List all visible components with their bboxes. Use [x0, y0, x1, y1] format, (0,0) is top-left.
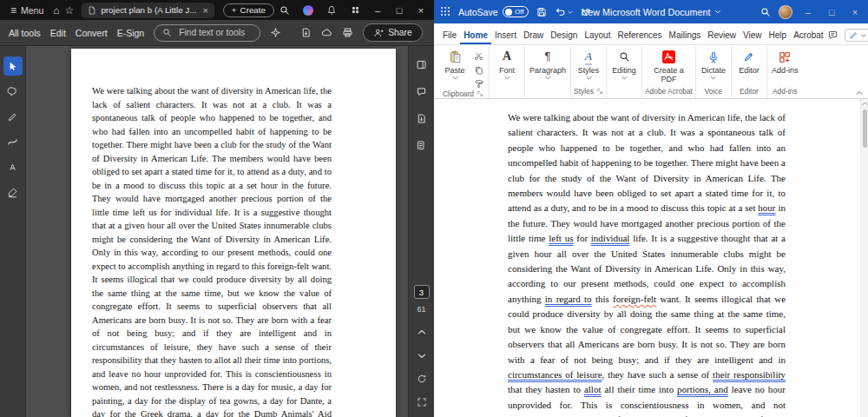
format-painter-button[interactable] [470, 78, 486, 89]
export-pdf-button[interactable] [300, 25, 312, 41]
comments-panel-button[interactable] [414, 83, 430, 99]
share-button[interactable]: Share [363, 23, 422, 42]
styles-button[interactable]: A Styles [574, 46, 603, 80]
save-button[interactable] [536, 7, 547, 17]
create-button[interactable]: + Create [223, 3, 274, 17]
tab-close-icon[interactable]: × [201, 5, 207, 16]
ai-assistant-button[interactable] [299, 2, 317, 18]
ribbon-tab-design[interactable]: Design [547, 26, 581, 44]
ai-assistant-toolbar-button[interactable] [270, 25, 281, 41]
paragraph-button[interactable]: ¶ Paragraph [528, 46, 568, 80]
editing-button[interactable]: Editing [609, 46, 639, 80]
chevron-up-icon [418, 329, 426, 335]
word-titlebar-actions: – □ × [760, 3, 863, 20]
chevron-down-icon [452, 76, 458, 80]
highlight-tool[interactable] [3, 107, 23, 126]
all-tools-button[interactable]: All tools [9, 28, 41, 38]
page-export-icon [416, 113, 427, 124]
user-avatar[interactable] [779, 5, 792, 19]
comments-button[interactable] [827, 30, 838, 41]
ribbon-tab-mailings[interactable]: Mailings [666, 26, 705, 44]
autosave-label: AutoSave [458, 7, 498, 17]
rotate-page-button[interactable] [414, 371, 430, 387]
word-minimize-button[interactable]: – [800, 3, 816, 20]
search-input[interactable] [177, 27, 252, 38]
ribbon-tab-layout[interactable]: Layout [581, 26, 614, 44]
comment-bubble-icon [7, 86, 18, 97]
print-button[interactable] [342, 25, 353, 41]
toggle-knob-icon [505, 9, 512, 16]
ribbon-tab-review[interactable]: Review [704, 26, 740, 44]
search-button[interactable] [276, 2, 293, 18]
editing-mode-button[interactable] [845, 29, 868, 42]
collapse-ribbon-button[interactable] [856, 90, 863, 96]
home-button[interactable]: ⌂ [50, 2, 62, 18]
dialog-launcher-icon[interactable] [477, 90, 483, 97]
comment-tool[interactable] [3, 82, 23, 101]
addins-button[interactable]: Add-ins [770, 46, 800, 75]
ribbon-tab-acrobat[interactable]: Acrobat [790, 26, 826, 44]
editor-button[interactable]: Editor [734, 46, 764, 75]
scrollbar-thumb[interactable] [863, 109, 867, 148]
autosave-toggle[interactable]: Off [503, 6, 529, 17]
ribbon-tab-references[interactable]: References [614, 26, 665, 44]
pdf-page[interactable]: We were talking about the want of divers… [71, 49, 396, 417]
copy-button[interactable] [470, 64, 486, 76]
document-title-button[interactable]: New Microsoft Word Document [581, 7, 720, 17]
scroll-up-icon[interactable] [862, 102, 868, 106]
acrobat-body: We were talking about the want of divers… [0, 46, 434, 417]
microphone-icon [707, 49, 720, 65]
acrobat-maximize-button[interactable]: □ [391, 2, 407, 18]
acrobat-close-button[interactable]: × [413, 2, 429, 18]
ink-swoosh-icon [7, 136, 18, 148]
cloud-upload-button[interactable] [321, 25, 332, 41]
cut-button[interactable] [470, 50, 486, 62]
ribbon-tab-draw[interactable]: Draw [520, 26, 547, 44]
panels-button[interactable] [414, 56, 430, 72]
edit-button[interactable]: Edit [50, 28, 66, 38]
panel-buttons [414, 56, 430, 153]
fit-screen-button[interactable] [414, 394, 430, 410]
find-tools-search[interactable] [154, 24, 260, 42]
notifications-button[interactable] [323, 2, 340, 18]
acrobat-minimize-button[interactable]: – [370, 2, 385, 18]
menu-label: Menu [21, 5, 43, 16]
sign-tool[interactable] [3, 182, 23, 202]
current-page-field[interactable]: 3 [414, 285, 430, 299]
acrobat-menu-button[interactable]: ≡ Menu [5, 5, 49, 16]
word-document-text[interactable]: We were talking about the want of divers… [508, 110, 786, 417]
document-tab[interactable]: project plan b (A Little J... × [82, 3, 214, 18]
next-page-button[interactable] [414, 348, 430, 363]
pdf-canvas[interactable]: We were talking about the want of divers… [26, 46, 408, 417]
word-close-button[interactable]: × [847, 3, 863, 20]
addins-group-caption: Add-ins [773, 86, 797, 98]
thumbnails-panel-button[interactable] [414, 137, 430, 153]
add-text-tool[interactable] [3, 157, 23, 176]
autosave-control[interactable]: AutoSave Off [458, 6, 529, 17]
ribbon-tab-help[interactable]: Help [766, 26, 791, 44]
font-button[interactable]: A Font [492, 46, 522, 80]
previous-page-button[interactable] [414, 324, 430, 340]
app-launcher-button[interactable] [441, 7, 450, 17]
convert-button[interactable]: Convert [76, 28, 108, 38]
word-search-button[interactable] [760, 7, 771, 17]
undo-button[interactable] [555, 6, 573, 17]
word-scrollbar[interactable] [860, 99, 868, 417]
ribbon-tab-home[interactable]: Home [460, 26, 491, 44]
export-panel-button[interactable] [414, 110, 430, 126]
create-pdf-button[interactable]: Create a PDF [648, 46, 688, 84]
word-document-canvas[interactable]: We were talking about the want of divers… [434, 99, 868, 417]
ribbon-tab-insert[interactable]: Insert [491, 26, 520, 44]
dictate-button[interactable]: Dictate [699, 46, 728, 80]
favorites-button[interactable]: ☆ [63, 2, 75, 18]
apps-button[interactable] [346, 2, 364, 18]
acrobat-tool-rail [0, 46, 26, 417]
ribbon-tab-file[interactable]: File [439, 26, 460, 44]
word-maximize-button[interactable]: □ [824, 3, 839, 20]
select-tool[interactable] [3, 56, 23, 76]
ribbon-tab-view[interactable]: View [740, 26, 766, 44]
esign-button[interactable]: E-Sign [117, 28, 145, 38]
draw-tool[interactable] [3, 132, 23, 151]
paste-button[interactable]: Paste [440, 46, 470, 80]
dialog-launcher-icon[interactable] [596, 88, 603, 95]
